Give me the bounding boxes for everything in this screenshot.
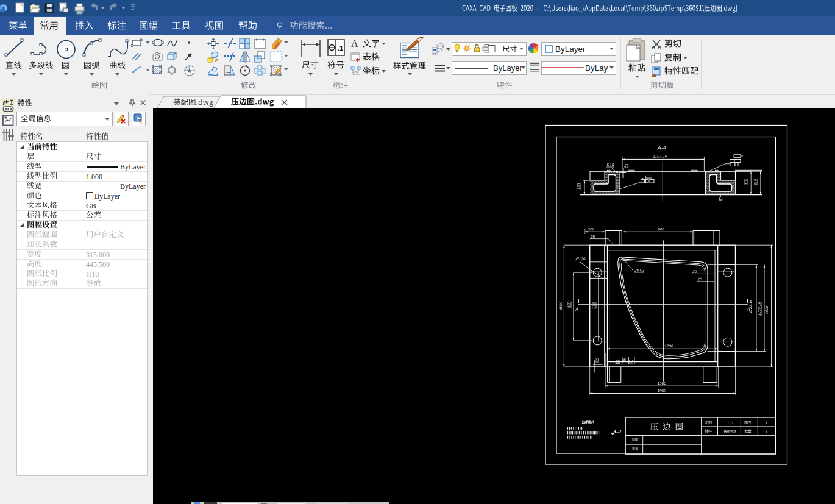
svg-text:.1: .1 xyxy=(338,44,343,52)
svg-text:X: X xyxy=(358,67,360,70)
svg-text:A: A xyxy=(351,38,358,49)
svg-text:Y: Y xyxy=(352,67,354,70)
svg-text:A: A xyxy=(188,68,191,74)
